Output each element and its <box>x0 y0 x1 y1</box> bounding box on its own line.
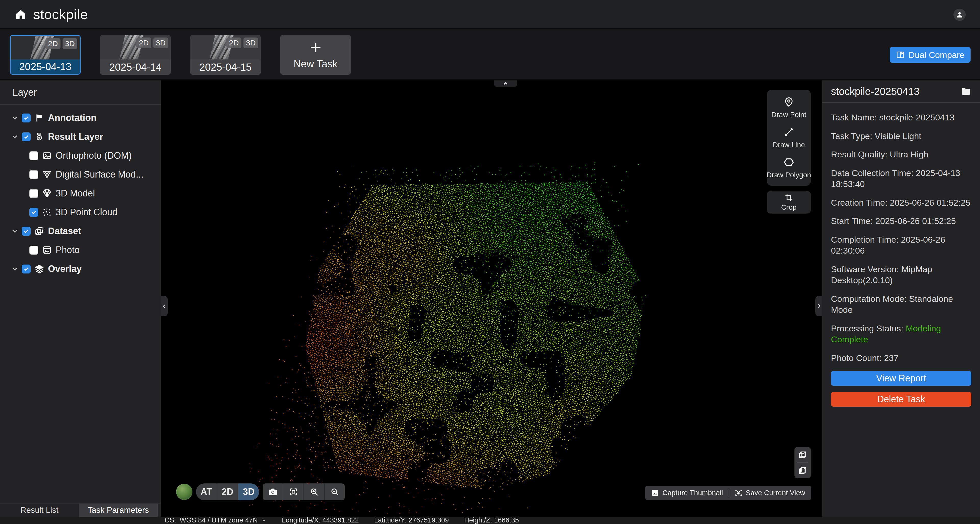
plus-icon <box>309 40 323 55</box>
layer-sidebar: Layer Annotation Result Layer Orthophoto… <box>0 80 161 517</box>
layer-item-annotation[interactable]: Annotation <box>0 108 161 127</box>
app-title: stockpile <box>33 6 88 22</box>
task-card-2025-04-13[interactable]: 2D 3D 2025-04-13 <box>10 35 81 75</box>
badge-3d: 3D <box>243 38 258 48</box>
capture-thumbnail-button[interactable]: Capture Thumbnail <box>651 489 723 497</box>
layer-item-label: Result Layer <box>48 132 103 142</box>
zoom-in-button[interactable] <box>304 483 324 500</box>
draw-point-tool[interactable]: Draw Point <box>767 97 811 119</box>
badge-3d: 3D <box>153 38 168 48</box>
folder-icon[interactable] <box>961 86 971 97</box>
delete-task-button[interactable]: Delete Task <box>831 392 971 406</box>
overlay-icon <box>34 264 45 274</box>
tab-task-parameters[interactable]: Task Parameters <box>79 503 158 517</box>
chevron-down-icon[interactable] <box>10 132 19 141</box>
layer-item-label: 3D Model <box>56 188 95 199</box>
draw-tools-panel: Draw Point Draw Line Draw Polygon <box>767 90 811 186</box>
mode-2d-button[interactable]: 2D <box>217 483 238 500</box>
app-root: stockpile 2D 3D 2025-04-13 2D 3D <box>0 0 980 524</box>
task-card-2025-04-14[interactable]: 2D 3D 2025-04-14 <box>100 35 171 75</box>
fit-frame-icon <box>289 487 298 497</box>
capture-bar: Capture Thumbnail Save Current View <box>645 486 811 500</box>
checkbox-unchecked[interactable] <box>29 246 38 255</box>
map-pin-icon <box>783 97 794 108</box>
map-3d-viewport[interactable]: Draw Point Draw Line Draw Polygon Crop A… <box>161 80 822 517</box>
bottom-tabs: Result List Task Parameters <box>0 503 161 517</box>
zoom-in-icon <box>310 487 319 497</box>
layer-item-overlay[interactable]: Overlay <box>0 259 161 278</box>
dual-compare-button[interactable]: Dual Compare <box>890 47 970 63</box>
field-result-quality: Result Quality: Ultra High <box>831 149 971 160</box>
collapse-taskbar-handle[interactable] <box>494 80 517 87</box>
view-report-button[interactable]: View Report <box>831 371 971 386</box>
user-avatar[interactable] <box>953 9 966 21</box>
layer-item-dsm[interactable]: Digital Surface Mod... <box>0 165 161 184</box>
draw-line-tool[interactable]: Draw Line <box>767 127 811 149</box>
collapse-sidebar-handle[interactable] <box>161 296 168 316</box>
layer-item-label: Orthophoto (DOM) <box>56 150 132 161</box>
screenshot-camera-button[interactable] <box>262 483 283 500</box>
mode-3d-button[interactable]: 3D <box>238 483 259 500</box>
field-task-type: Task Type: Visible Light <box>831 130 971 142</box>
point-cloud-canvas[interactable] <box>161 80 822 517</box>
orthographic-view-button[interactable] <box>794 447 811 462</box>
draw-point-label: Draw Point <box>772 111 807 119</box>
crop-icon <box>784 193 793 202</box>
layer-item-3d-model[interactable]: 3D Model <box>0 184 161 203</box>
coordinate-system-selector[interactable]: CS: WGS 84 / UTM zone 47N <box>165 516 266 524</box>
checkbox-checked[interactable] <box>29 208 38 217</box>
checkbox-unchecked[interactable] <box>29 170 38 179</box>
layer-item-label: Overlay <box>48 264 82 274</box>
chevron-down-icon <box>261 518 266 523</box>
badge-2d: 2D <box>226 38 241 48</box>
layer-item-orthophoto[interactable]: Orthophoto (DOM) <box>0 146 161 165</box>
checkbox-checked[interactable] <box>22 132 30 141</box>
image-icon <box>651 489 659 497</box>
layer-item-photo[interactable]: Photo <box>0 241 161 259</box>
viewport-icon-group <box>262 483 345 500</box>
task-parameters-panel: stockpile-20250413 Task Name: stockpile-… <box>822 80 980 517</box>
home-icon[interactable] <box>15 8 27 20</box>
layer-item-result-layer[interactable]: Result Layer <box>0 127 161 146</box>
checkbox-checked[interactable] <box>22 227 30 236</box>
save-current-view-button[interactable]: Save Current View <box>735 489 805 497</box>
new-task-button[interactable]: New Task <box>280 35 351 75</box>
field-creation-time: Creation Time: 2025-06-26 01:52:25 <box>831 197 971 208</box>
field-processing-status: Processing Status: Modeling Complete <box>831 323 971 345</box>
task-thumbnail: 2D 3D <box>190 35 261 59</box>
crop-label: Crop <box>781 203 797 211</box>
latitude-readout: Latitude/Y: 2767519.309 <box>374 516 449 524</box>
chevron-left-icon <box>162 303 167 309</box>
new-task-label: New Task <box>293 58 338 70</box>
layer-item-3d-point-cloud[interactable]: 3D Point Cloud <box>0 203 161 222</box>
chevron-right-icon <box>816 303 822 309</box>
field-computation-mode: Computation Mode: Standalone Mode <box>831 294 971 316</box>
checkbox-checked[interactable] <box>22 265 30 273</box>
field-task-name: Task Name: stockpile-20250413 <box>831 112 971 123</box>
perspective-view-button[interactable] <box>794 463 811 478</box>
tab-result-list[interactable]: Result List <box>0 503 79 517</box>
zoom-out-button[interactable] <box>324 483 345 500</box>
task-thumbnail: 2D 3D <box>11 36 80 59</box>
chevron-down-icon[interactable] <box>10 227 19 236</box>
fit-view-button[interactable] <box>283 483 304 500</box>
layer-item-dataset[interactable]: Dataset <box>0 222 161 241</box>
badge-2d: 2D <box>136 38 151 48</box>
height-readout: Height/Z: 1666.35 <box>464 516 519 524</box>
layer-item-label: Dataset <box>48 226 81 237</box>
checkbox-checked[interactable] <box>22 114 30 122</box>
crop-tool[interactable]: Crop <box>767 191 811 214</box>
task-card-2025-04-15[interactable]: 2D 3D 2025-04-15 <box>190 35 261 75</box>
minimap-thumbnail[interactable] <box>176 484 192 500</box>
flag-icon <box>34 113 45 123</box>
chevron-down-icon[interactable] <box>10 113 19 122</box>
draw-polygon-tool[interactable]: Draw Polygon <box>767 157 811 179</box>
task-card-date: 2025-04-15 <box>190 59 261 75</box>
dual-compare-label: Dual Compare <box>908 50 964 60</box>
chevron-down-icon[interactable] <box>10 264 19 273</box>
mode-at-button[interactable]: AT <box>196 483 217 500</box>
checkbox-unchecked[interactable] <box>29 189 38 198</box>
collapse-taskpanel-handle[interactable] <box>815 296 822 316</box>
layer-item-label: Photo <box>56 245 80 256</box>
checkbox-unchecked[interactable] <box>29 151 38 160</box>
